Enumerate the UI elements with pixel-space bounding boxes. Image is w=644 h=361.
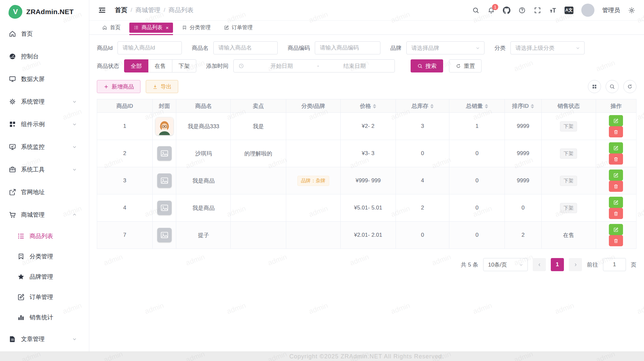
filter-label: 品牌 [390, 44, 401, 52]
next-page-button[interactable] [569, 258, 582, 271]
sidebar-item-sales-stats[interactable]: 销售统计 [0, 307, 89, 328]
search-button[interactable]: 搜索 [411, 59, 443, 72]
tab-order[interactable]: 订单管理 [220, 23, 257, 33]
list-icon [134, 25, 139, 30]
product-code-input[interactable] [315, 41, 380, 54]
github-icon[interactable] [503, 7, 510, 14]
product-cover-placeholder-icon[interactable] [157, 228, 172, 242]
cell-selling-point: 的理解啦的 [231, 140, 286, 167]
brand-select-placeholder: 请选择品牌 [411, 44, 439, 52]
product-cover-placeholder-icon[interactable] [157, 173, 172, 188]
status-option-all[interactable]: 全部 [124, 59, 148, 72]
tab-home[interactable]: 首页 [98, 23, 125, 33]
cell-stock: 2 [396, 194, 449, 222]
notification-bell-icon[interactable]: 1 [487, 7, 495, 14]
column-header[interactable]: 总销量 [449, 99, 505, 113]
edit-row-button[interactable] [609, 224, 623, 235]
sidebar-item-data-screen[interactable]: 数据大屏 [0, 68, 89, 90]
font-size-icon[interactable] [549, 7, 557, 14]
product-name-input[interactable] [213, 41, 278, 54]
sidebar-item-tools[interactable]: 系统工具 [0, 158, 89, 181]
sort-caret-icon[interactable] [485, 104, 488, 109]
status-radio-group: 全部 在售 下架 [124, 59, 196, 72]
product-id-input[interactable] [118, 41, 182, 54]
sidebar-item-home[interactable]: 首页 [0, 22, 89, 45]
tab-goods-list[interactable]: 商品列表× [129, 23, 173, 33]
tab-category[interactable]: 分类管理 [178, 23, 215, 33]
edit-row-button[interactable] [609, 115, 623, 126]
delete-row-button[interactable] [609, 181, 623, 192]
sidebar-item-website[interactable]: 官网地址 [0, 181, 89, 203]
user-avatar[interactable] [581, 4, 594, 17]
sidebar-item-console[interactable]: 控制台 [0, 45, 89, 68]
breadcrumb-home[interactable]: 首页 [115, 6, 127, 14]
goto-label: 前往 [587, 261, 598, 269]
product-cover-placeholder-icon[interactable] [157, 201, 172, 215]
column-header[interactable]: 价格 [340, 99, 396, 113]
filter-date: 添加时间 开始日期 - 结束日期 [206, 59, 395, 72]
sidebar-item-system[interactable]: 系统管理 [0, 90, 89, 113]
prev-page-button[interactable] [533, 258, 546, 271]
date-range-picker[interactable]: 开始日期 - 结束日期 [233, 59, 395, 72]
sort-caret-icon[interactable] [531, 104, 534, 109]
delete-row-button[interactable] [609, 208, 623, 219]
pagination: 共 5 条 10条/页 1 [97, 258, 636, 271]
status-text: 在售 [563, 232, 574, 238]
sidebar: V ZRAdmin.NET 首页控制台数据大屏系统管理组件示例系统监控系统工具官… [0, 0, 89, 351]
filter-status: 商品状态 全部 在售 下架 [97, 59, 196, 72]
product-cover-placeholder-icon[interactable] [157, 146, 172, 161]
table-refresh-button[interactable] [623, 80, 636, 93]
page-size-select[interactable]: 10条/页 [483, 258, 528, 271]
collapse-sidebar-icon[interactable] [98, 6, 106, 14]
delete-row-button[interactable] [609, 126, 623, 137]
column-settings-button[interactable] [588, 80, 601, 93]
edit-icon [613, 118, 619, 124]
sort-caret-icon[interactable] [373, 104, 376, 109]
settings-gear-icon[interactable] [628, 7, 635, 14]
fullscreen-icon[interactable] [534, 7, 541, 14]
sidebar-item-category[interactable]: 分类管理 [0, 246, 89, 267]
sidebar-item-order[interactable]: 订单管理 [0, 287, 89, 307]
sort-caret-icon[interactable] [430, 104, 434, 109]
close-tab-icon[interactable]: × [166, 25, 169, 30]
add-product-button[interactable]: 新增商品 [97, 80, 140, 93]
cell-status: 下架 [541, 194, 596, 222]
chevron-up-icon [72, 212, 77, 217]
search-icon[interactable] [472, 7, 480, 14]
sidebar-item-goods-list[interactable]: 商品列表 [0, 226, 89, 246]
delete-row-button[interactable] [609, 235, 623, 246]
breadcrumb-mall[interactable]: 商城管理 [136, 6, 161, 14]
table-header: 商品ID封面商品名卖点分类/品牌价格总库存总销量排序ID销售状态操作 [97, 99, 636, 113]
delete-row-button[interactable] [609, 153, 623, 165]
cell-cover [153, 222, 176, 249]
page-number-button[interactable]: 1 [551, 258, 564, 271]
edit-row-button[interactable] [609, 170, 623, 181]
brand-select[interactable]: 请选择品牌 [406, 41, 484, 54]
help-icon[interactable] [518, 7, 526, 14]
status-option-offsale[interactable]: 下架 [172, 59, 196, 72]
app-title: ZRAdmin.NET [26, 8, 74, 16]
sidebar-item-label: 控制台 [21, 52, 39, 60]
export-button[interactable]: 导出 [146, 80, 178, 93]
sidebar-item-components[interactable]: 组件示例 [0, 113, 89, 135]
trash-icon [613, 211, 619, 216]
edit-row-button[interactable] [609, 142, 623, 153]
reset-button[interactable]: 重置 [449, 59, 482, 72]
status-badge: 下架 [560, 176, 577, 186]
cell-status: 下架 [541, 113, 596, 140]
sidebar-item-brand[interactable]: 品牌管理 [0, 267, 89, 287]
edit-row-button[interactable] [609, 197, 623, 208]
status-option-onsale[interactable]: 在售 [148, 59, 172, 72]
category-select[interactable]: 请选择上级分类 [510, 41, 585, 54]
column-header[interactable]: 总库存 [396, 99, 449, 113]
table-search-button[interactable] [606, 80, 619, 93]
sidebar-item-monitor[interactable]: 系统监控 [0, 135, 89, 158]
sidebar-item-mall[interactable]: 商城管理 [0, 203, 89, 226]
cell-brand [286, 140, 340, 167]
user-name[interactable]: 管理员 [602, 6, 620, 14]
product-cover-image[interactable] [155, 117, 174, 135]
column-header[interactable]: 排序ID [505, 99, 541, 113]
sidebar-item-article[interactable]: 文章管理 [0, 328, 89, 350]
translate-icon[interactable]: A文 [565, 7, 573, 14]
goto-page-input[interactable] [603, 258, 626, 271]
